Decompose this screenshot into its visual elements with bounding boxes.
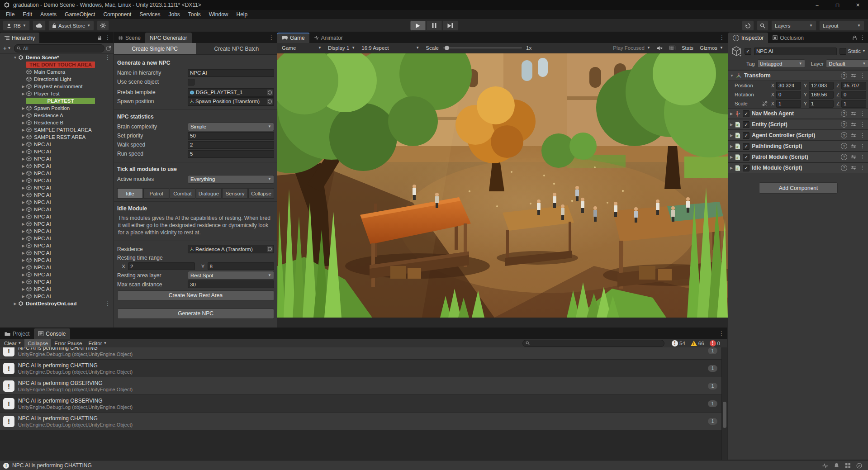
hierarchy-row[interactable]: ▶NPC AI [0, 148, 114, 155]
walk-speed-field[interactable] [188, 141, 274, 149]
hierarchy-row[interactable]: THE DONT TOUCH AREA [0, 61, 114, 68]
hierarchy-divider-green[interactable]: PLAYTEST [26, 98, 95, 104]
hierarchy-row[interactable]: ▶NPC AI [0, 256, 114, 264]
foldout-collapsed-icon[interactable]: ▶ [12, 302, 18, 306]
foldout-collapsed-icon[interactable]: ▶ [20, 114, 26, 118]
foldout-collapsed-icon[interactable]: ▶ [20, 215, 26, 219]
foldout-collapsed-icon[interactable]: ▶ [730, 133, 733, 138]
pause-button[interactable] [426, 20, 442, 31]
hierarchy-row[interactable]: ▶NPC AI [0, 242, 114, 249]
undo-history-button[interactable] [742, 20, 754, 31]
presets-icon[interactable] [851, 111, 856, 116]
transform-row-label[interactable]: Scale [735, 101, 760, 106]
gizmos-dropdown[interactable]: Gizmos▼ [697, 43, 726, 53]
mute-audio-button[interactable] [654, 43, 665, 53]
console-scrollbar[interactable] [721, 347, 727, 460]
scale-y-field[interactable] [809, 100, 834, 108]
hierarchy-row[interactable]: ▶NPC AI [0, 271, 114, 278]
module-tab-collapse[interactable]: Collapse [248, 188, 274, 199]
residence-picker-icon[interactable] [267, 246, 273, 252]
gameobject-name-field[interactable] [754, 47, 837, 55]
step-button[interactable] [442, 20, 458, 31]
hierarchy-row[interactable]: ▶NPC AI [0, 285, 114, 293]
foldout-collapsed-icon[interactable]: ▶ [730, 144, 733, 148]
foldout-collapsed-icon[interactable]: ▶ [20, 106, 26, 110]
game-viewport[interactable] [277, 53, 728, 318]
component-menu-icon[interactable]: ⋮ [860, 143, 865, 149]
foldout-collapsed-icon[interactable]: ▶ [20, 251, 26, 255]
hierarchy-row[interactable]: ▶NPC AI [0, 162, 114, 170]
position-z-field[interactable] [841, 82, 866, 90]
set-priority-field[interactable] [188, 132, 274, 140]
spawn-picker-icon[interactable] [267, 99, 273, 104]
foldout-expanded-icon[interactable]: ▼ [12, 56, 18, 60]
error-count[interactable]: !0 [708, 340, 722, 347]
hierarchy-row[interactable]: ▶NPC AI [0, 199, 114, 206]
minimize-button[interactable]: – [807, 0, 827, 10]
presets-icon[interactable] [851, 144, 856, 148]
menu-item-edit[interactable]: Edit [19, 11, 36, 18]
foldout-collapsed-icon[interactable]: ▶ [20, 229, 26, 233]
component-header-pathfinding-script-[interactable]: ▶#✓Pathfinding (Script)?⋮ [728, 141, 868, 152]
scale-link-icon[interactable] [761, 101, 768, 106]
presets-icon[interactable] [851, 155, 856, 159]
tab-animator[interactable]: Animator [309, 33, 347, 43]
create-object-button[interactable]: +▼ [2, 45, 12, 52]
error-pause-toggle[interactable]: Error Pause [51, 339, 85, 347]
foldout-collapsed-icon[interactable]: ▶ [730, 166, 733, 170]
help-icon[interactable]: ? [841, 72, 847, 79]
layer-dropdown[interactable]: Default▼ [826, 59, 868, 68]
menu-item-services[interactable]: Services [135, 11, 164, 18]
resting-layer-dropdown[interactable]: Rest Spot▼ [188, 271, 274, 280]
cloud-button[interactable] [33, 20, 46, 31]
hierarchy-row[interactable]: ▶NPC AI [0, 177, 114, 184]
hierarchy-divider-red[interactable]: THE DONT TOUCH AREA [26, 62, 95, 68]
help-icon[interactable]: ? [841, 143, 847, 149]
foldout-collapsed-icon[interactable]: ▶ [20, 287, 26, 291]
tab-npc-generator[interactable]: NPC Generator [145, 33, 192, 43]
hierarchy-row[interactable]: ▶SAMPLE REST AREA [0, 133, 114, 141]
menu-item-window[interactable]: Window [205, 11, 232, 18]
tag-dropdown[interactable]: Untagged▼ [757, 59, 805, 68]
menu-item-help[interactable]: Help [232, 11, 252, 18]
foldout-collapsed-icon[interactable]: ▶ [20, 237, 26, 241]
foldout-arrow-icon[interactable]: ▼ [730, 74, 734, 78]
console-log-row[interactable]: !NPC AI is performing OBSERVINGUnityEngi… [0, 377, 722, 395]
transform-row-label[interactable]: Position [735, 83, 760, 88]
create-single-npc-tab[interactable]: Create Single NPC [114, 43, 196, 54]
console-search-input[interactable] [531, 340, 661, 347]
activity-icon[interactable] [822, 463, 828, 469]
position-x-field[interactable] [776, 82, 801, 90]
add-component-button[interactable]: Add Component [759, 182, 838, 194]
transform-component-header[interactable]: ▼ Transform ? ⋮ [728, 70, 868, 81]
clear-button[interactable]: Clear▼ [1, 339, 24, 347]
foldout-collapsed-icon[interactable]: ▶ [20, 222, 26, 226]
max-scan-field[interactable] [188, 280, 274, 288]
play-button[interactable] [410, 20, 426, 31]
rotation-x-field[interactable] [776, 91, 801, 99]
scene-picker-icon[interactable] [106, 46, 111, 51]
hierarchy-row[interactable]: ▶Playtest environment [0, 83, 114, 90]
scale-slider-knob[interactable] [445, 46, 449, 50]
stats-button[interactable]: Stats [679, 43, 696, 53]
create-new-rest-area-button[interactable]: Create New Rest Area [117, 290, 274, 301]
tab-game[interactable]: Game [277, 33, 309, 43]
hierarchy-row[interactable]: ▶NPC AI [0, 184, 114, 191]
menu-item-gameobject[interactable]: GameObject [61, 11, 99, 18]
hierarchy-row[interactable]: ▶NPC AI [0, 220, 114, 228]
hierarchy-row[interactable]: Directional Light [0, 76, 114, 83]
console-search[interactable] [522, 340, 664, 347]
foldout-collapsed-icon[interactable]: ▶ [20, 208, 26, 212]
create-npc-batch-tab[interactable]: Create NPC Batch [196, 43, 278, 54]
scale-z-field[interactable] [841, 100, 866, 108]
resting-x-field[interactable] [128, 262, 195, 270]
tab-project[interactable]: Project [0, 328, 34, 339]
scale-slider[interactable] [443, 47, 522, 48]
foldout-collapsed-icon[interactable]: ▶ [730, 155, 733, 159]
active-modules-dropdown[interactable]: Everything▼ [188, 175, 274, 184]
search-button[interactable] [757, 20, 768, 31]
component-header-nav-mesh-agent[interactable]: ▶✓Nav Mesh Agent?⋮ [728, 108, 868, 119]
keyboard-capture-button[interactable] [666, 43, 678, 53]
account-button[interactable]: RB▼ [3, 20, 30, 31]
hierarchy-menu-icon[interactable]: ⋮ [105, 34, 110, 41]
